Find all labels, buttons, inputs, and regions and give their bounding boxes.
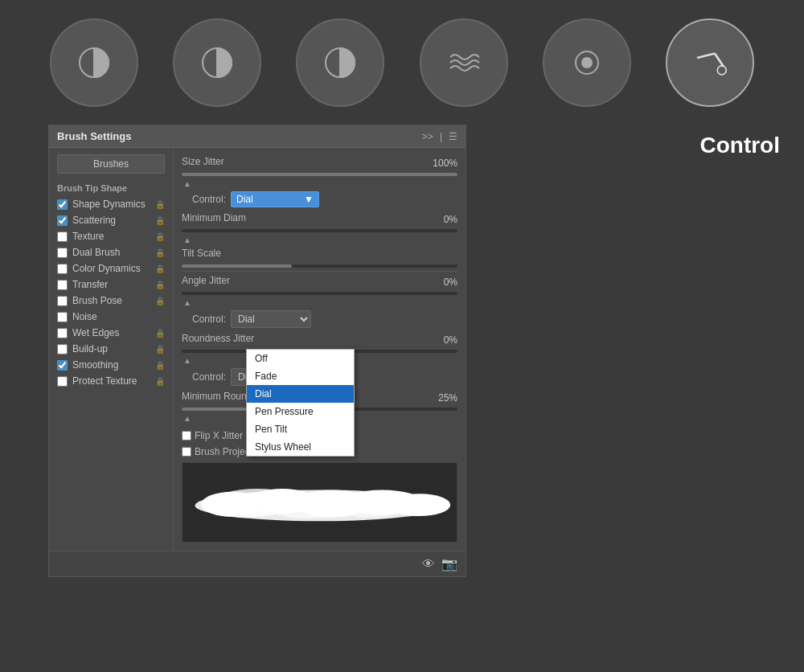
lock-icon-11: 🔒 bbox=[155, 377, 165, 386]
new-brush-icon[interactable]: 📷 bbox=[441, 556, 457, 572]
lock-icon-6: 🔒 bbox=[155, 297, 165, 305]
divider-icon: | bbox=[440, 131, 442, 142]
angle-jitter-value: 0% bbox=[429, 277, 457, 288]
angle-jitter-slider-container bbox=[182, 292, 457, 295]
control-dropdown-1[interactable]: Dial ▼ bbox=[231, 191, 319, 207]
sidebar-checkbox-11[interactable] bbox=[57, 376, 68, 387]
tilt-scale-slider-track[interactable] bbox=[182, 264, 457, 268]
sidebar-item-dual-brush[interactable]: Dual Brush🔒 bbox=[49, 244, 173, 260]
dropdown-chevron-1: ▼ bbox=[304, 194, 314, 205]
brush-preview-area bbox=[182, 462, 457, 543]
roundness-jitter-header: Roundness Jitter 0% bbox=[182, 333, 457, 347]
tilt-scale-fill bbox=[182, 264, 292, 268]
control-row-2: Control: Dial bbox=[182, 310, 457, 328]
svg-point-15 bbox=[217, 499, 273, 518]
brushes-button[interactable]: Brushes bbox=[57, 154, 165, 174]
sidebar-checkbox-8[interactable] bbox=[57, 328, 68, 338]
min-roundness-value: 25% bbox=[429, 392, 457, 404]
brush-tool-5[interactable] bbox=[543, 18, 631, 107]
min-diameter-label: Minimum Diam bbox=[182, 212, 246, 223]
main-content: Brush Settings >> | ☰ Brushes Brush Tip … bbox=[0, 125, 804, 577]
sidebar-checkbox-0[interactable] bbox=[57, 199, 68, 210]
angle-jitter-header: Angle Jitter 0% bbox=[182, 275, 457, 289]
sidebar-label-10: Smoothing bbox=[72, 359, 150, 371]
menu-btn[interactable]: ☰ bbox=[449, 131, 457, 142]
sidebar-label-9: Build-up bbox=[72, 343, 150, 354]
size-jitter-fill bbox=[182, 173, 457, 176]
sidebar-checkbox-4[interactable] bbox=[57, 264, 68, 274]
control-label-2: Control: bbox=[182, 313, 226, 325]
sidebar-item-scattering[interactable]: Scattering🔒 bbox=[49, 212, 173, 228]
sidebar-checkbox-9[interactable] bbox=[57, 344, 68, 354]
dropdown-option-off[interactable]: Off bbox=[247, 350, 354, 367]
sidebar-item-wet-edges[interactable]: Wet Edges🔒 bbox=[49, 325, 173, 341]
panel-title: Brush Settings bbox=[57, 130, 131, 142]
svg-line-6 bbox=[715, 54, 724, 68]
flip-x-text: Flip X Jitter bbox=[195, 430, 243, 441]
min-diameter-slider-track[interactable] bbox=[182, 229, 457, 232]
sidebar-label-4: Color Dynamics bbox=[72, 263, 150, 274]
panel-header: Brush Settings >> | ☰ bbox=[49, 125, 466, 148]
min-roundness-fill bbox=[182, 408, 251, 411]
sidebar-item-texture[interactable]: Texture🔒 bbox=[49, 228, 173, 244]
brush-tool-3[interactable] bbox=[296, 18, 384, 107]
top-toolbar bbox=[0, 0, 804, 125]
dropdown-option-fade[interactable]: Fade bbox=[247, 367, 354, 385]
collapse-btn[interactable]: >> bbox=[422, 131, 433, 142]
svg-line-5 bbox=[697, 54, 715, 59]
tilt-scale-slider-container bbox=[182, 264, 457, 268]
tilt-scale-label: Tilt Scale bbox=[182, 248, 221, 259]
min-diameter-slider-container bbox=[182, 229, 457, 232]
brush-tool-6[interactable] bbox=[666, 18, 754, 107]
sidebar-checkbox-6[interactable] bbox=[57, 296, 68, 306]
sidebar-label-11: Protect Texture bbox=[72, 375, 150, 387]
control-label-1: Control: bbox=[182, 194, 226, 205]
sidebar-item-shape-dynamics[interactable]: Shape Dynamics🔒 bbox=[49, 196, 173, 212]
dropdown-option-pen-pressure[interactable]: Pen Pressure bbox=[247, 403, 354, 420]
sidebar-item-smoothing[interactable]: Smoothing🔒 bbox=[49, 357, 173, 373]
brush-tool-1[interactable] bbox=[50, 18, 138, 107]
control-label-3: Control: bbox=[182, 371, 226, 383]
flip-x-label[interactable]: Flip X Jitter bbox=[182, 430, 243, 441]
dropdown-option-dial[interactable]: Dial bbox=[247, 385, 354, 403]
triangle-3: ▲ bbox=[182, 298, 457, 307]
eye-icon[interactable]: 👁 bbox=[422, 557, 435, 572]
sidebar-checkbox-7[interactable] bbox=[57, 312, 68, 322]
brush-tip-shape-label: Brush Tip Shape bbox=[49, 180, 173, 196]
sidebar-label-5: Transfer bbox=[72, 279, 150, 290]
angle-jitter-slider-track[interactable] bbox=[182, 292, 457, 295]
sidebar-label-8: Wet Edges bbox=[72, 327, 150, 338]
sidebar-label-1: Scattering bbox=[72, 215, 150, 226]
dropdown-option-stylus-wheel[interactable]: Stylus Wheel bbox=[247, 438, 354, 456]
control-select-2[interactable]: Dial bbox=[231, 310, 311, 328]
sidebar-item-color-dynamics[interactable]: Color Dynamics🔒 bbox=[49, 260, 173, 277]
size-jitter-slider-container bbox=[182, 173, 457, 176]
control-dropdown-overlay[interactable]: Off Fade Dial Pen Pressure Pen Tilt Styl… bbox=[246, 349, 355, 457]
sidebar-item-noise[interactable]: Noise bbox=[49, 309, 173, 325]
sidebar-checkbox-2[interactable] bbox=[57, 232, 68, 242]
svg-point-17 bbox=[338, 500, 401, 518]
svg-point-7 bbox=[717, 66, 726, 75]
sidebar-checkbox-3[interactable] bbox=[57, 248, 68, 258]
brush-projection-checkbox[interactable] bbox=[182, 447, 191, 457]
sidebar-item-protect-texture[interactable]: Protect Texture🔒 bbox=[49, 373, 173, 389]
sidebar-checkbox-1[interactable] bbox=[57, 215, 68, 226]
sidebar-checkbox-10[interactable] bbox=[57, 360, 68, 371]
sidebar-label-0: Shape Dynamics bbox=[72, 199, 150, 210]
brush-tool-4[interactable] bbox=[420, 18, 508, 107]
size-jitter-value: 100% bbox=[429, 158, 457, 169]
lock-icon-0: 🔒 bbox=[155, 200, 165, 209]
sidebar-label-6: Brush Pose bbox=[72, 295, 150, 306]
sidebar-item-build-up[interactable]: Build-up🔒 bbox=[49, 341, 173, 357]
sidebar-item-transfer[interactable]: Transfer🔒 bbox=[49, 277, 173, 293]
brush-settings-panel: Brush Settings >> | ☰ Brushes Brush Tip … bbox=[48, 125, 466, 577]
lock-icon-1: 🔒 bbox=[155, 216, 165, 225]
flip-x-checkbox[interactable] bbox=[182, 431, 191, 440]
brush-tool-2[interactable] bbox=[173, 18, 261, 107]
sidebar-checkbox-5[interactable] bbox=[57, 280, 68, 290]
size-jitter-slider-track[interactable] bbox=[182, 173, 457, 176]
min-diameter-header: Minimum Diam 0% bbox=[182, 212, 457, 227]
lock-icon-4: 🔒 bbox=[155, 264, 165, 273]
sidebar-item-brush-pose[interactable]: Brush Pose🔒 bbox=[49, 293, 173, 309]
dropdown-option-pen-tilt[interactable]: Pen Tilt bbox=[247, 420, 354, 438]
